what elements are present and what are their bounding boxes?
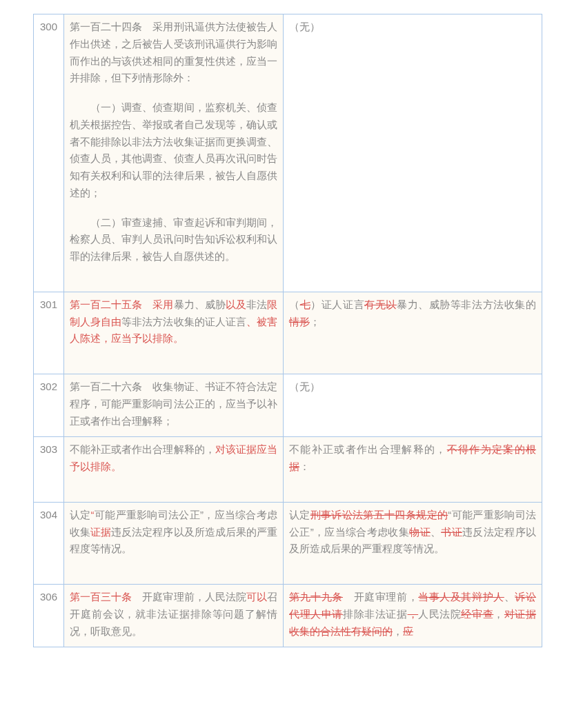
text-run: 暴力、威胁等非法方法收集的 xyxy=(397,299,536,310)
deleted-text: 第九十九条 xyxy=(289,591,343,603)
right-column-cell: 不能补正或者作出合理解释的，不得作为定案的根据： xyxy=(284,437,542,503)
paragraph: （无） xyxy=(289,19,536,36)
deleted-text: 当事人及其辩护人 xyxy=(418,591,504,603)
text-run: 、 xyxy=(431,526,441,538)
row-number: 302 xyxy=(34,374,64,437)
left-column-cell: 第一百二十五条 采用暴力、威胁以及非法限制人身自由等非法方法收集的证人证言、被害… xyxy=(64,292,284,374)
row-number: 301 xyxy=(34,292,64,374)
table-row: 306第一百三十条 开庭审理前，人民法院可以召开庭前会议，就非法证据排除等问题了… xyxy=(34,585,542,647)
text-run: ： xyxy=(299,461,310,472)
text-run: （二）审查逮捕、审查起诉和审判期间，检察人员、审判人员讯问时告知诉讼权利和认罪的… xyxy=(70,216,277,263)
inserted-text: 可以 xyxy=(246,591,267,603)
table-row: 301第一百二十五条 采用暴力、威胁以及非法限制人身自由等非法方法收集的证人证言… xyxy=(34,292,542,374)
text-run: 排除非法证据 xyxy=(343,608,408,620)
deleted-text: 七 xyxy=(300,299,311,310)
text-run: 第一百二十四条 采用刑讯逼供方法使被告人作出供述，之后被告人受该刑讯逼供行为影响… xyxy=(70,21,277,83)
paragraph: 认定刑事诉讼法第五十四条规定的“可能严重影响司法公正”，应当综合考虑收集物证、书… xyxy=(289,507,536,558)
right-column-cell: 认定刑事诉讼法第五十四条规定的“可能严重影响司法公正”，应当综合考虑收集物证、书… xyxy=(284,502,542,584)
right-column-cell: 第九十九条 开庭审理前，当事人及其辩护人、诉讼代理人申请排除非法证据，人民法院经… xyxy=(284,585,542,647)
right-column-cell: （无） xyxy=(284,14,542,292)
text-run: （无） xyxy=(289,381,320,392)
comparison-table: 300第一百二十四条 采用刑讯逼供方法使被告人作出供述，之后被告人受该刑讯逼供行… xyxy=(33,14,542,647)
inserted-text: 证据 xyxy=(90,526,111,538)
row-number: 303 xyxy=(34,437,64,503)
paragraph: 认定“可能严重影响司法公正”，应当综合考虑收集证据违反法定程序以及所造成后果的严… xyxy=(70,507,277,558)
text-run: 开庭审理前， xyxy=(343,591,418,603)
text-run: ； xyxy=(310,316,320,327)
deleted-text: 刑事诉讼法第五十四条规定的 xyxy=(310,509,448,520)
row-number: 304 xyxy=(34,502,64,584)
text-run: 不能补正或者作出合理解释的， xyxy=(289,443,447,455)
paragraph: （一）调查、侦查期间，监察机关、侦查机关根据控告、举报或者自己发现等，确认或者不… xyxy=(70,99,277,202)
text-run: 认定 xyxy=(289,509,310,520)
left-column-cell: 认定“可能严重影响司法公正”，应当综合考虑收集证据违反法定程序以及所造成后果的严… xyxy=(64,502,284,584)
deleted-text: 书证 xyxy=(441,526,462,538)
text-run: ）证人证言 xyxy=(310,299,364,310)
text-run: （ xyxy=(289,299,300,310)
text-run: 不能补正或者作出合理解释的， xyxy=(70,443,215,455)
paragraph: 不能补正或者作出合理解释的，对该证据应当予以排除。 xyxy=(70,441,277,476)
text-run: （无） xyxy=(289,21,320,32)
paragraph: 第一百二十六条 收集物证、书证不符合法定程序，可能严重影响司法公正的，应当予以补… xyxy=(70,378,277,429)
paragraph: 第一百二十四条 采用刑讯逼供方法使被告人作出供述，之后被告人受该刑讯逼供行为影响… xyxy=(70,19,277,87)
paragraph: 第一百三十条 开庭审理前，人民法院可以召开庭前会议，就非法证据排除等问题了解情况… xyxy=(70,589,277,640)
paragraph: 不能补正或者作出合理解释的，不得作为定案的根据： xyxy=(289,441,536,476)
paragraph: 第一百二十五条 采用暴力、威胁以及非法限制人身自由等非法方法收集的证人证言、被害… xyxy=(70,296,277,347)
right-column-cell: （七）证人证言有无以暴力、威胁等非法方法收集的情形； xyxy=(284,292,542,374)
text-run: 第一百二十六条 收集物证、书证不符合法定程序，可能严重影响司法公正的，应当予以补… xyxy=(70,381,277,427)
deleted-text: ， xyxy=(408,608,419,620)
paragraph: （无） xyxy=(289,378,536,396)
table-row: 304认定“可能严重影响司法公正”，应当综合考虑收集证据违反法定程序以及所造成后… xyxy=(34,502,542,584)
text-run: 人民法院 xyxy=(418,608,461,620)
text-run: 等非法方法收集的证人证言 xyxy=(121,316,246,327)
text-run: 非法 xyxy=(246,299,267,310)
inserted-text: 以及 xyxy=(226,299,246,310)
text-run: ， xyxy=(493,608,504,620)
text-run: 、 xyxy=(504,591,515,603)
text-run: 开庭审理前，人民法院 xyxy=(132,591,246,603)
deleted-text: 情形 xyxy=(289,316,310,327)
left-column-cell: 第一百二十六条 收集物证、书证不符合法定程序，可能严重影响司法公正的，应当予以补… xyxy=(64,374,284,437)
left-column-cell: 第一百二十四条 采用刑讯逼供方法使被告人作出供述，之后被告人受该刑讯逼供行为影响… xyxy=(64,14,284,292)
text-run: （一）调查、侦查期间，监察机关、侦查机关根据控告、举报或者自己发现等，确认或者不… xyxy=(70,101,277,199)
paragraph: （二）审查逮捕、审查起诉和审判期间，检察人员、审判人员讯问时告知诉讼权利和认罪的… xyxy=(70,214,277,265)
text-run: ， xyxy=(393,625,403,637)
deleted-text: 经审查 xyxy=(461,608,493,620)
paragraph: 第九十九条 开庭审理前，当事人及其辩护人、诉讼代理人申请排除非法证据，人民法院经… xyxy=(289,589,536,640)
inserted-text: 第一百三十条 xyxy=(70,591,132,603)
deleted-text: 有无以 xyxy=(364,299,397,310)
inserted-text: 第一百二十五条 采用 xyxy=(70,299,174,310)
row-number: 306 xyxy=(34,585,64,647)
right-column-cell: （无） xyxy=(284,374,542,437)
text-run: 认定 xyxy=(70,509,91,520)
table-row: 303不能补正或者作出合理解释的，对该证据应当予以排除。不能补正或者作出合理解释… xyxy=(34,437,542,503)
deleted-text: 物证 xyxy=(409,526,431,538)
table-row: 302第一百二十六条 收集物证、书证不符合法定程序，可能严重影响司法公正的，应当… xyxy=(34,374,542,437)
table-row: 300第一百二十四条 采用刑讯逼供方法使被告人作出供述，之后被告人受该刑讯逼供行… xyxy=(34,14,542,292)
text-run: 暴力、威胁 xyxy=(174,299,226,310)
deleted-text: 应 xyxy=(403,625,413,637)
left-column-cell: 第一百三十条 开庭审理前，人民法院可以召开庭前会议，就非法证据排除等问题了解情况… xyxy=(64,585,284,647)
left-column-cell: 不能补正或者作出合理解释的，对该证据应当予以排除。 xyxy=(64,437,284,503)
row-number: 300 xyxy=(34,14,64,292)
paragraph: （七）证人证言有无以暴力、威胁等非法方法收集的情形； xyxy=(289,296,536,331)
